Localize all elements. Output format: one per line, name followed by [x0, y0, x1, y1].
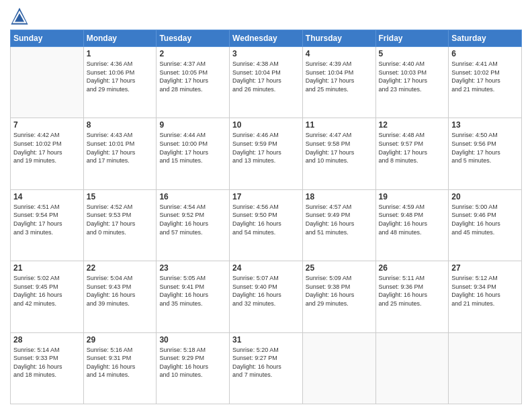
calendar-header-monday: Monday — [83, 30, 157, 47]
day-number: 2 — [159, 49, 226, 58]
calendar-header-thursday: Thursday — [302, 30, 375, 47]
day-number: 13 — [451, 120, 519, 130]
calendar-cell: 3Sunrise: 4:38 AM Sunset: 10:04 PM Dayli… — [230, 47, 303, 118]
day-number: 25 — [306, 263, 373, 273]
calendar-cell — [375, 332, 449, 404]
calendar-cell: 13Sunrise: 4:50 AM Sunset: 9:56 PM Dayli… — [449, 118, 522, 189]
day-info: Sunrise: 5:04 AM Sunset: 9:43 PM Dayligh… — [87, 274, 154, 308]
calendar-cell: 10Sunrise: 4:46 AM Sunset: 9:59 PM Dayli… — [230, 118, 303, 189]
calendar-cell: 16Sunrise: 4:54 AM Sunset: 9:52 PM Dayli… — [157, 189, 230, 261]
calendar-cell: 21Sunrise: 5:02 AM Sunset: 9:45 PM Dayli… — [11, 261, 84, 332]
day-info: Sunrise: 5:09 AM Sunset: 9:38 PM Dayligh… — [306, 274, 373, 308]
calendar-header-wednesday: Wednesday — [230, 30, 303, 47]
calendar-week-row: 1Sunrise: 4:36 AM Sunset: 10:06 PM Dayli… — [11, 47, 522, 118]
day-info: Sunrise: 4:42 AM Sunset: 10:02 PM Daylig… — [13, 131, 81, 165]
calendar-cell: 8Sunrise: 4:43 AM Sunset: 10:01 PM Dayli… — [83, 118, 157, 189]
page: SundayMondayTuesdayWednesdayThursdayFrid… — [0, 0, 532, 411]
calendar-header-saturday: Saturday — [449, 30, 522, 47]
day-number: 17 — [232, 192, 300, 201]
calendar-header-sunday: Sunday — [11, 30, 84, 47]
calendar-cell: 29Sunrise: 5:16 AM Sunset: 9:31 PM Dayli… — [83, 332, 157, 404]
logo — [10, 7, 32, 26]
calendar-cell: 18Sunrise: 4:57 AM Sunset: 9:49 PM Dayli… — [302, 189, 375, 261]
calendar-cell: 23Sunrise: 5:05 AM Sunset: 9:41 PM Dayli… — [157, 261, 230, 332]
day-number: 29 — [87, 335, 154, 345]
day-info: Sunrise: 4:43 AM Sunset: 10:01 PM Daylig… — [87, 131, 154, 165]
day-info: Sunrise: 4:44 AM Sunset: 10:00 PM Daylig… — [159, 131, 226, 165]
day-number: 30 — [159, 335, 226, 345]
day-number: 14 — [13, 192, 81, 201]
calendar-cell: 11Sunrise: 4:47 AM Sunset: 9:58 PM Dayli… — [302, 118, 375, 189]
calendar-cell: 14Sunrise: 4:51 AM Sunset: 9:54 PM Dayli… — [11, 189, 84, 261]
day-info: Sunrise: 5:02 AM Sunset: 9:45 PM Dayligh… — [13, 274, 81, 308]
calendar-cell — [449, 332, 522, 404]
day-info: Sunrise: 4:51 AM Sunset: 9:54 PM Dayligh… — [13, 203, 81, 236]
day-number: 11 — [306, 120, 373, 130]
day-info: Sunrise: 5:00 AM Sunset: 9:46 PM Dayligh… — [451, 203, 519, 236]
calendar-cell: 26Sunrise: 5:11 AM Sunset: 9:36 PM Dayli… — [375, 261, 449, 332]
calendar-cell: 19Sunrise: 4:59 AM Sunset: 9:48 PM Dayli… — [375, 189, 449, 261]
day-info: Sunrise: 4:46 AM Sunset: 9:59 PM Dayligh… — [232, 131, 300, 165]
day-info: Sunrise: 4:50 AM Sunset: 9:56 PM Dayligh… — [451, 131, 519, 165]
calendar-header-row: SundayMondayTuesdayWednesdayThursdayFrid… — [11, 30, 522, 47]
calendar-cell: 6Sunrise: 4:41 AM Sunset: 10:02 PM Dayli… — [449, 47, 522, 118]
day-number: 22 — [87, 263, 154, 273]
calendar-cell: 27Sunrise: 5:12 AM Sunset: 9:34 PM Dayli… — [449, 261, 522, 332]
calendar-week-row: 14Sunrise: 4:51 AM Sunset: 9:54 PM Dayli… — [11, 189, 522, 261]
day-info: Sunrise: 5:20 AM Sunset: 9:27 PM Dayligh… — [232, 346, 300, 379]
calendar-cell: 28Sunrise: 5:14 AM Sunset: 9:33 PM Dayli… — [11, 332, 84, 404]
calendar-week-row: 21Sunrise: 5:02 AM Sunset: 9:45 PM Dayli… — [11, 261, 522, 332]
calendar-cell: 2Sunrise: 4:37 AM Sunset: 10:05 PM Dayli… — [157, 47, 230, 118]
day-info: Sunrise: 4:52 AM Sunset: 9:53 PM Dayligh… — [87, 203, 154, 236]
day-info: Sunrise: 5:05 AM Sunset: 9:41 PM Dayligh… — [159, 274, 226, 308]
day-number: 28 — [13, 335, 81, 345]
day-number: 3 — [232, 49, 300, 58]
calendar-cell — [302, 332, 375, 404]
day-number: 7 — [13, 120, 81, 130]
calendar-cell: 17Sunrise: 4:56 AM Sunset: 9:50 PM Dayli… — [230, 189, 303, 261]
calendar-cell: 7Sunrise: 4:42 AM Sunset: 10:02 PM Dayli… — [11, 118, 84, 189]
day-info: Sunrise: 5:18 AM Sunset: 9:29 PM Dayligh… — [159, 346, 226, 379]
calendar-cell: 4Sunrise: 4:39 AM Sunset: 10:04 PM Dayli… — [302, 47, 375, 118]
calendar-table: SundayMondayTuesdayWednesdayThursdayFrid… — [10, 30, 522, 404]
day-info: Sunrise: 4:54 AM Sunset: 9:52 PM Dayligh… — [159, 203, 226, 236]
day-number: 10 — [232, 120, 300, 130]
calendar-header-tuesday: Tuesday — [157, 30, 230, 47]
day-number: 9 — [159, 120, 226, 130]
calendar-cell: 12Sunrise: 4:48 AM Sunset: 9:57 PM Dayli… — [375, 118, 449, 189]
day-info: Sunrise: 5:11 AM Sunset: 9:36 PM Dayligh… — [379, 274, 446, 308]
day-info: Sunrise: 4:57 AM Sunset: 9:49 PM Dayligh… — [306, 203, 373, 236]
day-info: Sunrise: 4:39 AM Sunset: 10:04 PM Daylig… — [306, 60, 373, 93]
day-number: 24 — [232, 263, 300, 273]
calendar-cell: 15Sunrise: 4:52 AM Sunset: 9:53 PM Dayli… — [83, 189, 157, 261]
header — [10, 7, 522, 26]
day-number: 21 — [13, 263, 81, 273]
day-number: 12 — [379, 120, 446, 130]
day-info: Sunrise: 4:59 AM Sunset: 9:48 PM Dayligh… — [379, 203, 446, 236]
calendar-cell: 30Sunrise: 5:18 AM Sunset: 9:29 PM Dayli… — [157, 332, 230, 404]
calendar-cell: 31Sunrise: 5:20 AM Sunset: 9:27 PM Dayli… — [230, 332, 303, 404]
calendar-cell: 9Sunrise: 4:44 AM Sunset: 10:00 PM Dayli… — [157, 118, 230, 189]
calendar-cell: 22Sunrise: 5:04 AM Sunset: 9:43 PM Dayli… — [83, 261, 157, 332]
day-info: Sunrise: 4:48 AM Sunset: 9:57 PM Dayligh… — [379, 131, 446, 165]
day-number: 19 — [379, 192, 446, 201]
calendar-cell — [11, 47, 84, 118]
day-number: 18 — [306, 192, 373, 201]
day-number: 5 — [379, 49, 446, 58]
day-info: Sunrise: 4:36 AM Sunset: 10:06 PM Daylig… — [87, 60, 154, 93]
day-number: 6 — [451, 49, 519, 58]
day-info: Sunrise: 4:37 AM Sunset: 10:05 PM Daylig… — [159, 60, 226, 93]
calendar-cell: 25Sunrise: 5:09 AM Sunset: 9:38 PM Dayli… — [302, 261, 375, 332]
calendar-cell: 5Sunrise: 4:40 AM Sunset: 10:03 PM Dayli… — [375, 47, 449, 118]
day-number: 15 — [87, 192, 154, 201]
calendar-cell: 24Sunrise: 5:07 AM Sunset: 9:40 PM Dayli… — [230, 261, 303, 332]
day-number: 20 — [451, 192, 519, 201]
day-info: Sunrise: 4:41 AM Sunset: 10:02 PM Daylig… — [451, 60, 519, 93]
day-info: Sunrise: 4:56 AM Sunset: 9:50 PM Dayligh… — [232, 203, 300, 236]
day-info: Sunrise: 4:40 AM Sunset: 10:03 PM Daylig… — [379, 60, 446, 93]
calendar-cell: 1Sunrise: 4:36 AM Sunset: 10:06 PM Dayli… — [83, 47, 157, 118]
day-info: Sunrise: 5:12 AM Sunset: 9:34 PM Dayligh… — [451, 274, 519, 308]
calendar-cell: 20Sunrise: 5:00 AM Sunset: 9:46 PM Dayli… — [449, 189, 522, 261]
logo-icon — [10, 7, 29, 26]
day-info: Sunrise: 4:38 AM Sunset: 10:04 PM Daylig… — [232, 60, 300, 93]
